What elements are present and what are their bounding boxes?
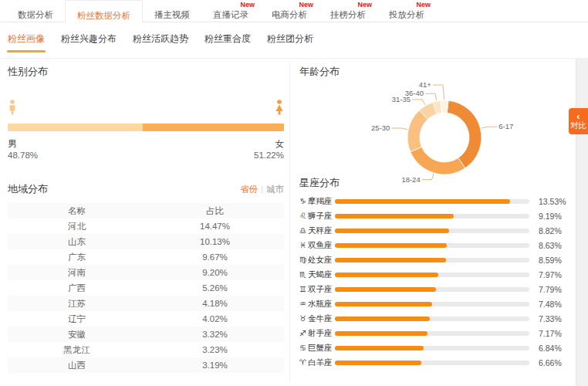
chevron-left-icon: ‹ xyxy=(576,112,580,120)
zodiac-value: 7.17% xyxy=(539,329,571,338)
zodiac-row: ♈白羊座6.66% xyxy=(299,355,571,370)
tab-label: 播主视频 xyxy=(154,10,190,19)
zodiac-name: 双子座 xyxy=(308,284,333,293)
subtab-fan-interest[interactable]: 粉丝兴趣分布 xyxy=(59,32,118,58)
region-row: 广东9.67% xyxy=(8,249,284,265)
region-row: 安徽3.32% xyxy=(8,327,284,342)
age-section-title: 年龄分布 xyxy=(299,65,571,79)
region-name: 山西 xyxy=(8,357,146,373)
zodiac-row: ♋巨蟹座6.84% xyxy=(299,340,571,355)
sub-nav: 粉丝画像 粉丝兴趣分布 粉丝活跃趋势 粉丝重合度 粉丝团分析 xyxy=(0,22,588,59)
new-badge: New xyxy=(240,1,255,8)
zodiac-bar xyxy=(335,302,432,306)
zodiac-row: ♏天蝎座7.97% xyxy=(299,267,571,282)
region-ratio: 3.23% xyxy=(146,342,284,357)
aquarius-icon: ♒ xyxy=(299,300,306,308)
toggle-province[interactable]: 省份 xyxy=(240,185,258,194)
tab-ecommerce-analysis[interactable]: New电商分析 xyxy=(260,0,319,22)
top-nav: 数据分析 粉丝数据分析 播主视频 New直播记录 New电商分析 New挂榜分析… xyxy=(0,0,588,22)
zodiac-bar-track xyxy=(335,229,529,233)
pisces-icon: ♓ xyxy=(299,241,306,249)
subtab-fan-portrait[interactable]: 粉丝画像 xyxy=(6,32,46,58)
male-label: 男 xyxy=(8,138,38,150)
age-donut-segment xyxy=(407,110,427,152)
compare-button-label: 对比 xyxy=(570,120,586,130)
tab-fan-data-analysis[interactable]: 粉丝数据分析 xyxy=(65,0,143,22)
scorpio-icon: ♏ xyxy=(299,270,306,279)
libra-icon: ♎ xyxy=(299,226,306,235)
zodiac-bar xyxy=(335,258,446,262)
zodiac-name: 射手座 xyxy=(308,328,333,337)
tab-label: 挂榜分析 xyxy=(330,10,366,19)
region-name: 辽宁 xyxy=(8,311,146,327)
region-row: 辽宁4.02% xyxy=(8,311,284,327)
collapsed-panel-strip xyxy=(576,22,588,386)
male-value: 48.78% xyxy=(8,150,38,161)
tab-live-records[interactable]: New直播记录 xyxy=(201,0,260,22)
zodiac-name: 巨蟹座 xyxy=(308,343,333,352)
zodiac-bar-track xyxy=(335,331,529,336)
zodiac-row: ♊双子座7.79% xyxy=(299,282,571,296)
age-segment-label: 6-17 xyxy=(498,122,513,130)
gender-section: 性别分布 男 48.78% xyxy=(8,65,284,161)
age-segment-label: 36-40 xyxy=(405,89,424,97)
zodiac-row: ♑摩羯座13.53% xyxy=(299,194,571,208)
zodiac-row: ♍处女座8.59% xyxy=(299,252,571,267)
tab-ranking-analysis[interactable]: New挂榜分析 xyxy=(319,0,377,22)
tab-data-analysis[interactable]: 数据分析 xyxy=(6,0,65,22)
subtab-fan-activity[interactable]: 粉丝活跃趋势 xyxy=(131,32,190,58)
region-section-title: 地域分布 xyxy=(8,182,48,196)
region-row: 河北14.47% xyxy=(8,218,284,234)
zodiac-value: 13.53% xyxy=(539,197,571,206)
region-toggle: 省份|城市 xyxy=(240,184,284,195)
leo-icon: ♌ xyxy=(299,212,306,220)
age-donut-segment xyxy=(411,147,465,174)
age-donut-segment xyxy=(441,100,448,113)
zodiac-bar-track xyxy=(335,302,529,306)
region-name: 山东 xyxy=(8,234,146,249)
zodiac-bar xyxy=(335,346,424,350)
region-row: 黑龙江3.23% xyxy=(8,342,284,357)
new-badge: New xyxy=(299,1,313,8)
taurus-icon: ♉ xyxy=(299,314,306,323)
zodiac-value: 7.97% xyxy=(539,270,571,279)
zodiac-value: 6.66% xyxy=(539,358,571,367)
zodiac-bar xyxy=(335,199,510,204)
tab-ad-analysis[interactable]: New投放分析 xyxy=(377,0,436,22)
zodiac-bar-track xyxy=(335,214,529,218)
gemini-icon: ♊ xyxy=(299,285,306,293)
zodiac-name: 摩羯座 xyxy=(308,196,333,205)
tab-label: 直播记录 xyxy=(213,10,248,19)
region-ratio: 10.13% xyxy=(146,234,284,249)
zodiac-value: 7.79% xyxy=(539,285,571,294)
left-column: 性别分布 男 48.78% xyxy=(8,65,284,373)
subtab-fan-overlap[interactable]: 粉丝重合度 xyxy=(203,32,252,58)
toggle-separator: | xyxy=(261,185,263,194)
age-label-line xyxy=(391,128,407,130)
toggle-city[interactable]: 城市 xyxy=(266,185,284,194)
zodiac-name: 双鱼座 xyxy=(308,240,333,249)
compare-button[interactable]: ‹ 对比 xyxy=(569,108,588,134)
zodiac-value: 8.63% xyxy=(539,241,571,250)
region-table-header: 名称 占比 xyxy=(8,203,284,218)
zodiac-value: 7.33% xyxy=(539,314,571,323)
zodiac-value: 6.84% xyxy=(539,344,571,353)
zodiac-row: ♒水瓶座7.48% xyxy=(299,296,571,311)
zodiac-value: 8.59% xyxy=(539,256,571,265)
zodiac-row: ♓双鱼座8.63% xyxy=(299,238,571,252)
zodiac-bar-track xyxy=(335,258,529,262)
zodiac-name: 狮子座 xyxy=(308,211,333,220)
gender-section-title: 性别分布 xyxy=(8,65,284,79)
age-segment-label: 41+ xyxy=(419,80,432,89)
gender-icons-row xyxy=(8,100,284,115)
region-col-name: 名称 xyxy=(8,203,146,218)
tab-label: 粉丝数据分析 xyxy=(77,11,130,20)
region-table: 名称 占比 河北14.47% 山东10.13% 广东9.67% 河南9.20% … xyxy=(8,203,284,373)
gender-bar-male xyxy=(8,124,143,131)
female-stat: 女 51.22% xyxy=(254,138,284,161)
region-row: 河南9.20% xyxy=(8,265,284,280)
female-value: 51.22% xyxy=(254,150,284,161)
tab-host-videos[interactable]: 播主视频 xyxy=(143,0,201,22)
zodiac-name: 水瓶座 xyxy=(308,299,333,308)
subtab-fan-club[interactable]: 粉丝团分析 xyxy=(265,32,315,58)
